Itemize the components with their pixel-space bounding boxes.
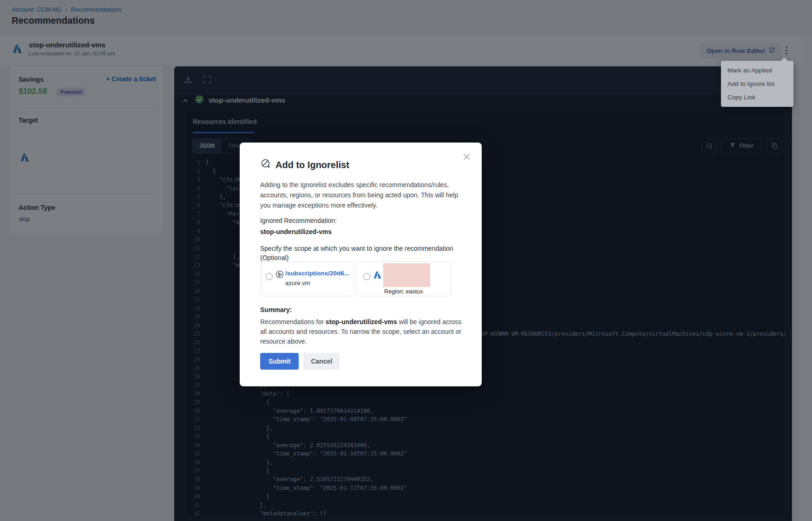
add-to-ignorelist-modal: Add to Ignorelist Adding to the Ignoreli… bbox=[240, 143, 482, 386]
scope-option-account[interactable]: /subscriptions/20d6... azure.vm bbox=[260, 261, 354, 296]
ignore-icon bbox=[260, 158, 271, 171]
scope-label: Specify the scope at which you want to i… bbox=[260, 244, 461, 263]
modal-title: Add to Ignorelist bbox=[275, 160, 349, 170]
redacted-resource-name bbox=[383, 263, 430, 287]
modal-description: Adding to the Ignorelist excludes specif… bbox=[260, 180, 463, 210]
ignored-recommendation-value: stop-underutilized-vms bbox=[260, 228, 332, 235]
kebab-dropdown-menu: Mark as Applied Add to Ignore list Copy … bbox=[721, 61, 793, 107]
scope-option-resource[interactable]: Region: eastus bbox=[357, 261, 451, 296]
account-radio[interactable] bbox=[266, 273, 273, 280]
app: Account: CCM-NG › Recommendations Recomm… bbox=[0, 0, 812, 521]
submit-button[interactable]: Submit bbox=[260, 353, 299, 370]
menu-item-copy-link[interactable]: Copy Link bbox=[721, 91, 793, 104]
cancel-button[interactable]: Cancel bbox=[303, 353, 340, 370]
azure-icon bbox=[373, 270, 383, 282]
resource-radio[interactable] bbox=[363, 273, 370, 280]
summary-label: Summary: bbox=[260, 306, 292, 313]
summary-text: Recommendations for stop-underutilized-v… bbox=[260, 317, 465, 346]
menu-item-add-to-ignore-list[interactable]: Add to Ignore list bbox=[721, 77, 793, 91]
subscription-link[interactable]: /subscriptions/20d6... bbox=[285, 270, 349, 277]
resource-region: Region: eastus bbox=[384, 288, 423, 295]
menu-item-mark-as-applied[interactable]: Mark as Applied bbox=[721, 64, 793, 77]
ignored-recommendation-label: Ignored Recommendation: bbox=[260, 217, 337, 224]
subscription-resource-type: azure.vm bbox=[285, 280, 310, 287]
close-icon[interactable] bbox=[461, 151, 472, 164]
subscription-icon bbox=[275, 270, 284, 281]
